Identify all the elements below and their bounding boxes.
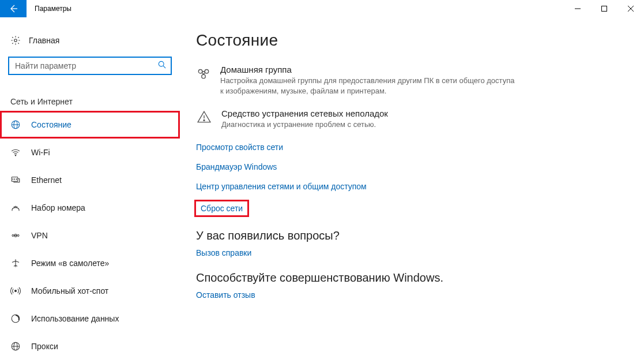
sidebar-item-wifi[interactable]: Wi-Fi [0,139,180,166]
arrow-left-icon [9,4,18,13]
svg-point-8 [16,206,16,207]
sidebar-home[interactable]: Главная [0,30,180,51]
maximize-icon [601,6,607,12]
link-sharing-center[interactable]: Центр управления сетями и общим доступом [196,182,621,191]
sidebar-group-header: Сеть и Интернет [0,75,180,111]
sidebar-item-label: VPN [31,231,48,240]
section-title: Домашняя группа [220,65,519,74]
warning-icon [196,109,212,130]
sidebar: Главная Сеть и Интернет Состояние [0,17,180,359]
link-feedback[interactable]: Оставить отзыв [196,290,621,300]
svg-point-18 [205,70,209,74]
link-firewall[interactable]: Брандмауэр Windows [196,162,621,171]
svg-point-20 [204,120,205,121]
sidebar-item-label: Использование данных [31,314,119,323]
sidebar-item-datausage[interactable]: Использование данных [0,305,180,332]
link-network-properties[interactable]: Просмотр свойств сети [196,143,621,152]
link-network-reset[interactable]: Сброс сети [201,204,243,213]
search-input-wrapper[interactable] [8,57,172,75]
svg-point-10 [12,235,14,237]
window-title: Параметры [27,0,80,17]
sidebar-item-dialup[interactable]: Набор номера [0,194,180,222]
airplane-icon [10,258,21,268]
gear-icon [10,35,21,46]
sidebar-item-ethernet[interactable]: Ethernet [0,166,180,194]
section-troubleshoot[interactable]: Средство устранения сетевых неполадок Ди… [196,109,519,130]
section-subtitle: Диагностика и устранение проблем с сетью… [221,119,388,130]
link-help[interactable]: Вызов справки [196,248,621,257]
titlebar-spacer [80,0,564,17]
content: Состояние Домашняя группа Настройка дома… [180,17,644,359]
sidebar-item-label: Ethernet [31,175,62,185]
data-usage-icon [10,313,21,324]
close-button[interactable] [617,0,644,17]
wifi-icon [10,147,21,158]
sidebar-item-airplane[interactable]: Режим «в самолете» [0,249,180,277]
svg-point-19 [202,74,206,78]
proxy-icon [10,341,21,351]
ethernet-icon [10,175,21,185]
sidebar-item-label: Набор номера [31,203,85,212]
svg-rect-0 [602,6,607,12]
sidebar-item-label: Мобильный хот-спот [31,286,108,296]
search-icon [158,61,166,71]
close-icon [628,6,634,12]
section-subtitle: Настройка домашней группы для предоставл… [220,76,519,96]
back-button[interactable] [0,0,27,17]
sidebar-item-hotspot[interactable]: Мобильный хот-спот [0,277,180,305]
minimize-icon [575,6,581,12]
sidebar-home-label: Главная [29,36,59,45]
svg-point-17 [198,70,202,74]
highlight-network-reset: Сброс сети [196,201,247,215]
maximize-button[interactable] [591,0,617,17]
section-homegroup[interactable]: Домашняя группа Настройка домашней групп… [196,65,519,96]
section-title: Средство устранения сетевых неполадок [221,109,388,118]
globe-icon [10,119,21,130]
hotspot-icon [10,286,21,296]
search-input[interactable] [15,61,158,70]
svg-point-2 [159,61,164,66]
svg-point-11 [17,235,19,237]
svg-point-9 [17,207,17,207]
sidebar-item-status[interactable]: Состояние [0,111,180,139]
sidebar-item-label: Wi-Fi [31,148,50,157]
homegroup-icon [196,65,211,96]
improve-heading: Способствуйте совершенствованию Windows. [196,271,621,285]
questions-heading: У вас появились вопросы? [196,229,621,242]
svg-point-7 [14,207,14,207]
svg-point-1 [14,39,17,42]
vpn-icon [10,230,21,241]
svg-point-5 [15,155,16,156]
page-title: Состояние [196,31,621,50]
sidebar-item-vpn[interactable]: VPN [0,222,180,249]
dialup-icon [10,203,21,213]
sidebar-item-label: Режим «в самолете» [31,259,109,268]
sidebar-item-proxy[interactable]: Прокси [0,332,180,359]
minimize-button[interactable] [564,0,591,17]
sidebar-item-label: Состояние [31,120,71,129]
svg-point-13 [15,290,17,292]
sidebar-item-label: Прокси [31,342,58,351]
